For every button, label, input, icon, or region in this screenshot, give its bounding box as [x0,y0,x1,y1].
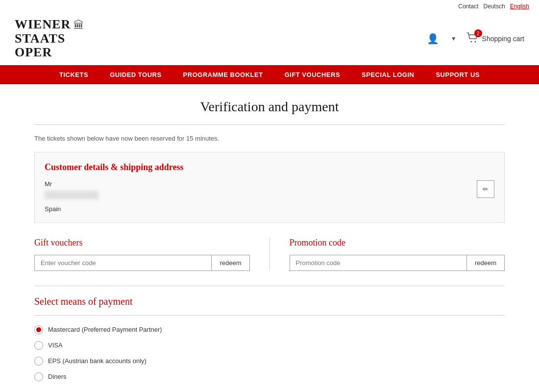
site-header: WIENER STAATS OPER 🏛 👤 ▼ 2 Shopping cart [0,13,539,65]
payment-option-diners[interactable]: Diners [34,372,505,381]
payment-option-eps[interactable]: EPS (Austrian bank accounts only) [34,357,505,366]
logo-building-icon: 🏛 [74,20,84,31]
radio-diners[interactable] [34,372,43,381]
customer-salutation: Mr [45,180,494,188]
dropdown-arrow[interactable]: ▼ [451,35,457,42]
payment-option-mastercard[interactable]: Mastercard (Preferred Payment Partner) [34,325,505,334]
payment-title: Select means of payment [34,296,505,307]
logo-text-line2: STAATS [15,32,71,46]
promotion-input[interactable] [290,255,466,270]
promotion-col: Promotion code redeem [270,238,505,271]
user-icon[interactable]: 👤 [427,33,439,45]
page-title: Verification and payment [34,99,505,115]
main-content: Verification and payment The tickets sho… [24,84,514,392]
title-divider [34,124,505,125]
reservation-notice: The tickets shown below have now been re… [34,135,505,142]
logo-text-line1: WIENER [15,18,71,32]
cart-label: Shopping cart [482,35,524,43]
payment-divider [34,315,505,316]
nav-programme-booklet[interactable]: PROGRAMME BOOKLET [172,65,274,84]
mastercard-label: Mastercard (Preferred Payment Partner) [48,326,162,333]
radio-mastercard-inner [36,327,41,332]
gift-voucher-input-row: redeem [34,255,250,271]
cart-badge: 2 [474,29,482,37]
main-nav: TICKETS GUIDED TOURS PROGRAMME BOOKLET G… [0,65,539,84]
cart-icon-wrap: 2 [466,32,479,45]
radio-mastercard[interactable] [34,325,43,334]
customer-section-title: Customer details & shipping address [45,162,494,172]
promotion-redeem-button[interactable]: redeem [466,255,504,270]
gift-voucher-redeem-button[interactable]: redeem [211,255,249,270]
edit-icon: ✏ [483,185,489,193]
radio-visa[interactable] [34,341,43,350]
contact-link[interactable]: Contact [458,3,478,10]
svg-point-1 [474,41,476,43]
customer-info: Mr Spain ✏ [45,180,494,213]
edit-customer-button[interactable]: ✏ [477,180,494,198]
eps-label: EPS (Austrian bank accounts only) [48,357,147,365]
logo-text-line3: OPER [15,46,71,60]
customer-details-box: Customer details & shipping address Mr S… [34,152,505,223]
radio-eps[interactable] [34,357,43,366]
promotion-input-row: redeem [290,255,505,271]
svg-point-0 [470,41,472,43]
cart-link[interactable]: 2 Shopping cart [466,32,524,45]
customer-name-blurred [45,191,98,199]
nav-tickets[interactable]: TICKETS [49,65,99,84]
payment-option-visa[interactable]: VISA [34,341,505,350]
diners-label: Diners [48,373,67,380]
payment-section: Select means of payment Mastercard (Pref… [34,286,505,381]
customer-country: Spain [45,205,494,213]
nav-support-us[interactable]: SUPPORT US [425,65,490,84]
nav-guided-tours[interactable]: GUIDED TOURS [99,65,172,84]
english-link[interactable]: English [510,3,529,10]
gift-voucher-input[interactable] [35,255,211,270]
promotion-title: Promotion code [290,238,505,248]
voucher-row: Gift vouchers redeem Promotion code rede… [34,238,505,271]
gift-voucher-title: Gift vouchers [34,238,250,248]
deutsch-link[interactable]: Deutsch [484,3,505,10]
visa-label: VISA [48,342,63,349]
nav-gift-vouchers[interactable]: GIFT VOUCHERS [274,65,351,84]
top-bar: Contact Deutsch English [0,0,539,13]
header-right: 👤 ▼ 2 Shopping cart [427,32,524,45]
gift-voucher-col: Gift vouchers redeem [34,238,270,271]
nav-special-login[interactable]: SPECIAL LOGIN [351,65,425,84]
site-logo[interactable]: WIENER STAATS OPER 🏛 [15,18,84,60]
